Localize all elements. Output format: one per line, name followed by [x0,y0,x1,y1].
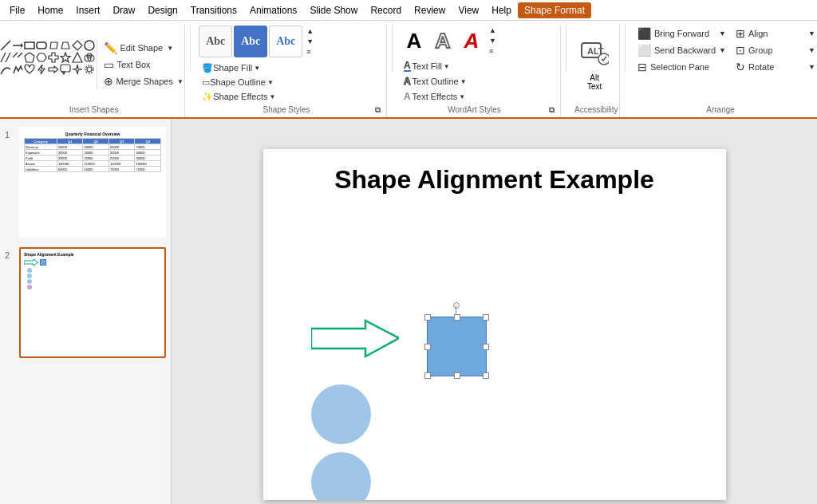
align-button[interactable]: ⊞ Align ▼ [732,26,817,41]
wordart-dialog-icon[interactable]: ⧉ [548,104,555,116]
handle-ml[interactable] [424,344,431,350]
menu-transitions[interactable]: Transitions [184,2,243,18]
menu-draw[interactable]: Draw [106,2,141,18]
circle-2[interactable] [311,452,371,500]
shape-style-2[interactable]: Abc [234,26,267,57]
menu-insert[interactable]: Insert [69,2,106,18]
group-caret: ▼ [808,46,815,54]
slide-preview-2[interactable]: Shape Alignment Example [19,247,166,358]
menu-home[interactable]: Home [31,2,69,18]
shape-style-3[interactable]: Abc [269,26,302,57]
handle-tr[interactable] [483,314,489,321]
shape-outline-button[interactable]: ▭ Shape Outline ▼ [199,76,278,89]
arrow-shape[interactable] [311,317,399,360]
insert-shapes-content: ✏️ Edit Shape ▼ ▭ Text Box ⊕ Merge Shape… [0,26,187,104]
pentagon-icon[interactable] [24,52,35,63]
shape-styles-scroll-down[interactable]: ▼ [304,37,316,46]
line-shape-icon[interactable] [0,40,11,51]
slide-canvas[interactable]: Shape Alignment Example [263,149,726,500]
arrow-svg [311,317,399,360]
slide-thumb-2[interactable]: 2 Shape Alignment Example [3,246,168,360]
handle-mr[interactable] [483,344,489,350]
slide2-mini-circle-1 [27,268,32,273]
hexagon-icon[interactable] [36,52,47,63]
lines2-icon[interactable] [12,52,23,63]
canvas-title[interactable]: Shape Alignment Example [263,165,726,195]
edit-shape-button[interactable]: ✏️ Edit Shape ▼ [100,40,187,56]
canvas-area[interactable]: Shape Alignment Example [172,119,817,504]
slide2-mini-circle-4 [27,285,32,289]
wordart-style-1[interactable]: A [401,26,428,56]
star-icon[interactable] [60,52,71,63]
wordart-style-2[interactable]: A [429,26,456,56]
menu-file[interactable]: File [3,2,31,18]
menu-shape-format[interactable]: Shape Format [518,2,591,18]
group-button[interactable]: ⊡ Group ▼ [732,42,817,58]
shape-fill-button[interactable]: 🪣 Shape Fill ▼ [199,61,278,75]
handle-bl[interactable] [424,372,431,379]
handle-br[interactable] [483,372,489,379]
rounded-rect-icon[interactable] [36,40,47,51]
menu-slideshow[interactable]: Slide Show [303,2,364,18]
triangle-icon[interactable] [72,52,83,63]
text-box-button[interactable]: ▭ Text Box [100,57,187,73]
handle-bm[interactable] [454,372,460,379]
bring-forward-button[interactable]: ⬛ Bring Forward ▼ [633,26,730,41]
diagonal-lines-icon[interactable] [0,52,11,63]
alt-text-button[interactable]: ALT AltText [574,35,615,95]
slide-thumb-1[interactable]: 1 Quarterly Financial Overview CategoryQ… [3,125,168,239]
menu-review[interactable]: Review [408,2,452,18]
bolt-icon[interactable] [36,64,47,75]
wordart-scroll-up[interactable]: ▲ [487,26,499,35]
menu-design[interactable]: Design [141,2,184,18]
menu-help[interactable]: Help [485,2,518,18]
wordart-scroll-down[interactable]: ▼ [487,36,499,45]
text-fill-button[interactable]: A Text Fill ▼ [401,59,470,73]
rotation-handle[interactable] [453,302,460,309]
circle-1[interactable] [311,384,371,444]
slide-num-2: 2 [5,250,14,260]
callout-icon[interactable] [60,64,71,75]
handle-tl[interactable] [424,314,431,321]
trapezoid-icon[interactable] [60,40,71,51]
selection-pane-button[interactable]: ⊟ Selection Pane [633,59,730,75]
freeform-icon[interactable] [12,64,23,75]
selected-shape-container[interactable] [427,317,487,376]
parallelogram-icon[interactable] [48,40,59,51]
arrow-shape-icon[interactable] [12,40,23,51]
shape-styles-scroll-up[interactable]: ▲ [304,26,316,36]
heart-icon[interactable] [24,64,35,75]
send-backward-button[interactable]: ⬜ Send Backward ▼ [633,42,730,58]
svg-line-0 [1,41,10,50]
wordart-style-3[interactable]: A [458,26,485,56]
slide2-mini-square [40,259,46,266]
menu-view[interactable]: View [452,2,485,18]
selected-square[interactable] [427,317,487,376]
curve-icon[interactable] [0,64,11,75]
text-outline-button[interactable]: A Text Outline ▼ [401,74,470,89]
rotate-button[interactable]: ↻ Rotate ▼ [732,59,817,75]
rect-shape-icon[interactable] [24,40,35,51]
handle-tm[interactable] [454,314,460,321]
shape-style-1[interactable]: Abc [199,26,232,57]
merge-shapes-button[interactable]: ⊕ Merge Shapes ▼ [100,73,187,89]
block-arrow2-icon[interactable] [48,64,59,75]
cloud-icon[interactable] [84,52,95,63]
plus-icon[interactable] [48,52,59,63]
slide-preview-inner-1: Quarterly Financial Overview CategoryQ1Q… [21,128,164,236]
diamond-icon[interactable] [72,40,83,51]
wordart-expand[interactable]: ≡ [487,46,499,56]
svg-point-8 [85,41,94,50]
gear-shape-icon[interactable] [84,64,95,75]
circle-icon[interactable] [84,40,95,51]
text-box-icon: ▭ [104,58,114,71]
shape-effects-button[interactable]: ✨ Shape Effects ▼ [199,90,278,104]
menu-animations[interactable]: Animations [243,2,303,18]
slide-preview-1[interactable]: Quarterly Financial Overview CategoryQ1Q… [19,127,166,238]
menu-record[interactable]: Record [364,2,408,18]
shape-styles-expand[interactable]: ≡ [304,47,316,57]
star4-icon[interactable] [72,64,83,75]
svg-line-11 [13,53,18,57]
text-effects-button[interactable]: A Text Effects ▼ [401,89,470,104]
shape-styles-dialog-icon[interactable]: ⧉ [374,104,381,116]
